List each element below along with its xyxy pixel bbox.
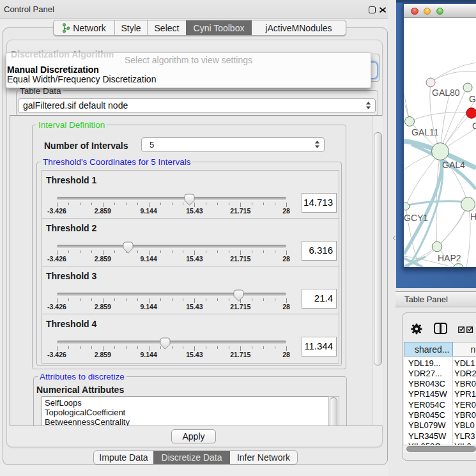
svg-text:C: C bbox=[472, 121, 476, 131]
svg-text:H: H bbox=[470, 211, 476, 222]
svg-text:G.: G. bbox=[469, 94, 476, 104]
svg-text:GAL4: GAL4 bbox=[442, 160, 465, 170]
svg-text:GCY1: GCY1 bbox=[404, 213, 428, 223]
svg-text:GAL80: GAL80 bbox=[432, 88, 460, 98]
svg-text:GAL11: GAL11 bbox=[411, 127, 439, 137]
svg-text:HAP2: HAP2 bbox=[438, 253, 461, 263]
